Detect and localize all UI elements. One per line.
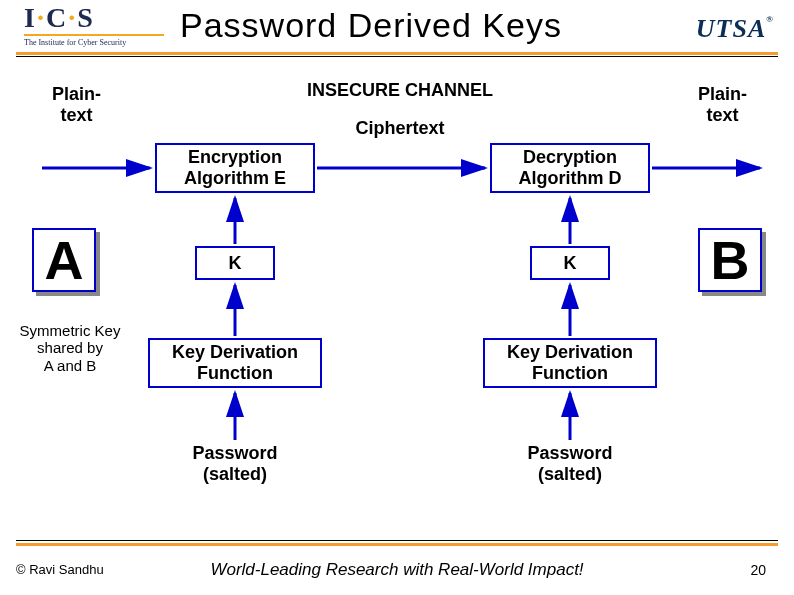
tagline-text: World-Leading Research with Real-World I… [0,560,794,580]
page-number: 20 [750,562,766,578]
arrows-layer [0,0,794,595]
footer-underline [16,540,778,546]
